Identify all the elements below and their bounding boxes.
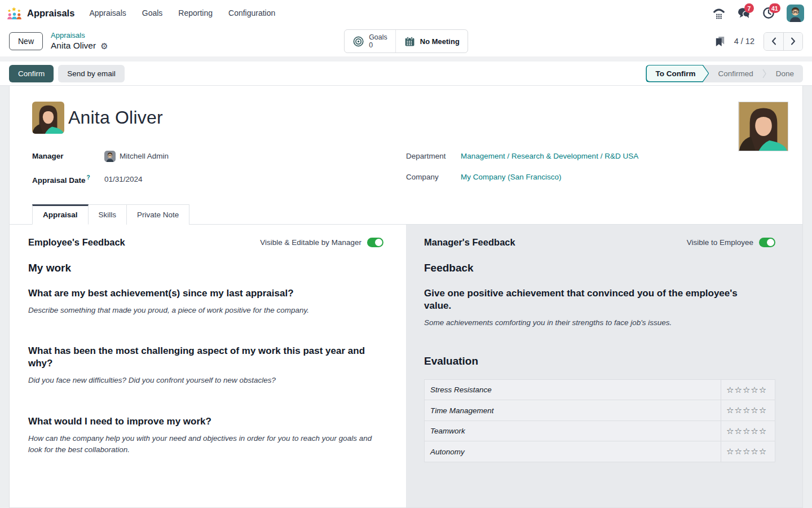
messages-badge: 7 <box>744 3 754 13</box>
question-hint: How can the company help you with your n… <box>28 433 372 456</box>
question-text: Give one positive achievement that convi… <box>424 287 762 312</box>
question-hint: Describe something that made you proud, … <box>28 305 372 316</box>
send-by-email-button[interactable]: Send by email <box>58 65 125 82</box>
evaluation-label: Stress Resistance <box>425 380 721 400</box>
department-label: Department <box>406 152 461 160</box>
form-view: Anita Oliver Manager Mitchell <box>0 86 812 508</box>
rating-stars[interactable]: ☆☆☆☆☆ <box>721 380 775 400</box>
menu-configuration[interactable]: Configuration <box>228 8 275 17</box>
pager-buttons <box>764 32 803 51</box>
manager-label: Manager <box>32 152 104 160</box>
stage-to-confirm[interactable]: To Confirm <box>646 65 709 82</box>
rating-stars[interactable]: ☆☆☆☆☆ <box>721 400 775 421</box>
stage-separator <box>762 65 767 82</box>
calendar-icon <box>404 36 416 47</box>
pager-zone: 4 / 12 <box>715 32 803 51</box>
control-panel: New Appraisals Anita Oliver ⚙ Goals 0 <box>0 26 812 56</box>
evaluation-row: Autonomy ☆☆☆☆☆ <box>425 441 775 462</box>
evaluation-label: Teamwork <box>425 421 721 441</box>
softphone-icon[interactable] <box>712 6 726 20</box>
employee-visibility-toggle[interactable] <box>367 238 383 247</box>
pager-next-button[interactable] <box>783 33 802 50</box>
employee-avatar[interactable] <box>32 102 64 134</box>
employee-section-title: My work <box>28 262 383 274</box>
confirm-button[interactable]: Confirm <box>9 65 54 82</box>
field-column-right: Department Management / Research & Devel… <box>406 148 780 195</box>
evaluation-row: Time Management ☆☆☆☆☆ <box>425 400 775 421</box>
messages-icon[interactable]: 7 <box>737 6 751 20</box>
manager-avatar <box>104 151 116 162</box>
meeting-stat-label: No Meeting <box>420 37 460 46</box>
employee-photo <box>738 102 788 151</box>
evaluation-title: Evaluation <box>424 355 775 367</box>
employee-feedback-title: Employee's Feedback <box>28 237 125 248</box>
appraisals-app-icon[interactable] <box>7 6 22 20</box>
main-menu: Appraisals Goals Reporting Configuration <box>89 8 275 17</box>
evaluation-row: Teamwork ☆☆☆☆☆ <box>425 421 775 442</box>
bookmark-icon[interactable] <box>715 36 725 47</box>
question-hint: Did you face new difficulties? Did you c… <box>28 375 372 386</box>
manager-toggle-label: Visible to Employee <box>687 238 753 247</box>
question-block: What would I need to improve my work? Ho… <box>28 415 383 456</box>
question-text: What has been the most challenging aspec… <box>28 345 367 370</box>
rating-stars[interactable]: ☆☆☆☆☆ <box>721 421 775 441</box>
evaluation-label: Time Management <box>425 400 721 421</box>
question-block: Give one positive achievement that convi… <box>424 287 775 329</box>
menu-reporting[interactable]: Reporting <box>178 8 213 17</box>
menu-appraisals[interactable]: Appraisals <box>89 8 126 17</box>
appraisal-tab-content: Employee's Feedback Visible & Editable b… <box>10 225 802 507</box>
stage-done[interactable]: Done <box>767 65 803 82</box>
field-grid: Manager Mitchell Admin Appraisal Date? 0… <box>32 148 780 195</box>
app-screen: Appraisals Appraisals Goals Reporting Co… <box>0 0 812 508</box>
appraisal-date-label: Appraisal Date? <box>32 174 104 185</box>
company-label: Company <box>406 173 461 181</box>
app-name[interactable]: Appraisals <box>27 8 74 19</box>
top-navbar: Appraisals Appraisals Goals Reporting Co… <box>0 0 812 26</box>
appraisal-date-value[interactable]: 01/31/2024 <box>104 175 143 183</box>
field-column-left: Manager Mitchell Admin Appraisal Date? 0… <box>32 148 406 195</box>
pager-counter[interactable]: 4 / 12 <box>734 37 754 46</box>
gear-icon[interactable]: ⚙ <box>100 42 108 50</box>
evaluation-table: Stress Resistance ☆☆☆☆☆ Time Management … <box>424 379 775 462</box>
tab-skills[interactable]: Skills <box>89 204 127 225</box>
activities-clock-icon[interactable]: 41 <box>762 6 775 20</box>
employee-name[interactable]: Anita Oliver <box>68 107 163 128</box>
goals-stat-label: Goals <box>369 33 387 41</box>
company-value[interactable]: My Company (San Francisco) <box>461 173 562 181</box>
question-block: What has been the most challenging aspec… <box>28 345 383 386</box>
goals-stat-value: 0 <box>369 41 387 49</box>
tab-appraisal[interactable]: Appraisal <box>32 204 89 225</box>
stat-button-box: Goals 0 No Meeting <box>344 29 468 54</box>
notebook-tabs: Appraisal Skills Private Note <box>10 204 802 225</box>
navbar-systray: 7 41 <box>712 5 804 22</box>
employee-feedback-pane: Employee's Feedback Visible & Editable b… <box>10 225 406 507</box>
form-statusbar: Confirm Send by email To Confirm Confirm… <box>0 62 812 86</box>
tab-private-note[interactable]: Private Note <box>127 204 189 225</box>
question-hint: Some achievements comforting you in thei… <box>424 317 768 329</box>
question-text: What are my best achievement(s) since my… <box>28 287 367 300</box>
evaluation-row: Stress Resistance ☆☆☆☆☆ <box>425 380 775 401</box>
form-sheet: Anita Oliver Manager Mitchell <box>9 86 803 508</box>
question-text: What would I need to improve my work? <box>28 415 367 428</box>
stage-bar: To Confirm Confirmed Done <box>646 65 803 82</box>
help-icon[interactable]: ? <box>87 174 90 181</box>
department-value[interactable]: Management / Research & Development / R&… <box>461 152 638 160</box>
sheet-header: Anita Oliver Manager Mitchell <box>10 86 802 195</box>
menu-goals[interactable]: Goals <box>142 8 163 17</box>
manager-feedback-title: Manager's Feedback <box>424 237 515 248</box>
rating-stars[interactable]: ☆☆☆☆☆ <box>721 441 775 462</box>
breadcrumb-current: Anita Oliver <box>51 40 96 51</box>
manager-section-title: Feedback <box>424 262 775 274</box>
goals-stat-button[interactable]: Goals 0 <box>345 30 395 53</box>
new-button[interactable]: New <box>9 32 43 50</box>
pager-previous-button[interactable] <box>764 33 783 50</box>
meeting-stat-button[interactable]: No Meeting <box>395 30 467 53</box>
user-avatar[interactable] <box>787 5 804 22</box>
target-icon <box>352 36 364 47</box>
manager-visibility-toggle[interactable] <box>759 238 775 247</box>
breadcrumb-appraisals-link[interactable]: Appraisals <box>51 31 108 40</box>
panel-gap <box>0 56 812 62</box>
evaluation-label: Autonomy <box>425 441 721 462</box>
stage-confirmed[interactable]: Confirmed <box>709 65 762 82</box>
manager-value[interactable]: Mitchell Admin <box>104 151 169 162</box>
